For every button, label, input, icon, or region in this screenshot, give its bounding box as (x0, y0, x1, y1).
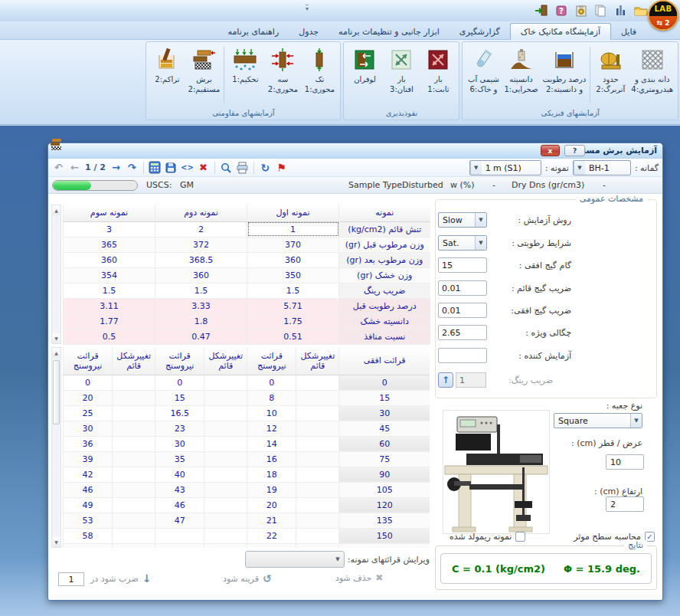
horizontal-gauge-step-input[interactable]: 15 (438, 257, 487, 273)
reading-cell[interactable]: 42 (64, 467, 113, 482)
reading-cell[interactable] (113, 421, 155, 436)
reading-cell[interactable] (296, 467, 339, 482)
value-cell[interactable]: 0.51 (247, 329, 339, 344)
reading-cell[interactable] (204, 543, 247, 548)
reading-cell[interactable] (296, 451, 339, 467)
scroll-up-icon[interactable]: ▲ (52, 348, 60, 358)
refresh-icon[interactable]: ↻ (258, 160, 273, 175)
horizontal-gauge-factor-input[interactable]: 0.01 (438, 303, 487, 318)
reading-cell[interactable]: 21 (247, 513, 296, 528)
reading-cell[interactable]: 36 (64, 436, 113, 451)
value-cell[interactable]: 1.77 (64, 313, 155, 329)
copy-document-icon[interactable] (593, 3, 608, 18)
reading-cell[interactable]: 23 (155, 421, 204, 436)
reading-cell[interactable]: 30 (64, 421, 113, 436)
value-cell[interactable]: 1.5 (155, 283, 247, 298)
edit-readings-combo[interactable]: ▼ (245, 551, 345, 568)
reading-cell[interactable]: 47 (155, 513, 204, 528)
calculator-icon[interactable] (148, 160, 162, 175)
specific-gravity-input[interactable]: 2.65 (438, 325, 487, 340)
remolded-sample-checkbox[interactable] (515, 532, 525, 542)
value-cell[interactable]: 1.75 (247, 313, 339, 329)
exit-icon[interactable] (534, 3, 548, 18)
reading-cell[interactable]: 14 (247, 436, 296, 451)
print-icon[interactable] (235, 160, 250, 175)
value-cell[interactable]: 372 (155, 237, 247, 252)
upper-table-scrollbar[interactable]: ▲ ▼ (51, 205, 61, 344)
reading-cell[interactable]: 30 (155, 436, 204, 451)
reading-cell[interactable] (296, 543, 339, 548)
reading-cell[interactable]: 63 (64, 543, 113, 548)
reading-cell[interactable]: 12 (247, 421, 296, 436)
reading-cell[interactable]: 49 (64, 497, 113, 513)
moisture-condition-combo[interactable]: Sat. ▼ (438, 235, 487, 251)
tab-file[interactable]: فایل (611, 24, 646, 39)
field-density-button[interactable]: دانسیته صحرایی:1 (502, 44, 540, 95)
value-cell[interactable]: 368.5 (155, 252, 247, 267)
lower-table-scrollbar[interactable]: ▲ ▼ (51, 347, 61, 548)
reading-cell[interactable] (113, 436, 155, 451)
data-code-icon[interactable]: <> (180, 160, 195, 175)
dialog-help-button[interactable]: ? (564, 145, 585, 156)
reading-cell[interactable] (204, 513, 247, 528)
reading-cell[interactable] (155, 528, 204, 543)
multiply-factor-input[interactable]: 1 (58, 572, 84, 586)
reading-cell[interactable] (296, 375, 339, 390)
clipboard-settings-icon[interactable] (574, 3, 588, 18)
qat-overflow-icon[interactable]: ▾ (306, 5, 309, 12)
reading-cell[interactable]: 15 (155, 390, 204, 405)
reading-cell[interactable]: 35 (155, 451, 204, 467)
reading-cell[interactable]: 19 (247, 482, 296, 497)
sample-combo[interactable]: 1 m (S1) ▼ (469, 160, 541, 175)
reading-cell[interactable] (113, 375, 155, 390)
uniaxial-button[interactable]: تک محوری:1 (301, 44, 338, 95)
value-cell[interactable]: 360 (247, 252, 339, 267)
value-cell[interactable]: 0.47 (155, 329, 247, 344)
reading-cell[interactable] (113, 467, 155, 482)
reading-cell[interactable]: 40 (155, 467, 204, 482)
mirror-readings-action[interactable]: ↺ قرینه شود (223, 572, 272, 585)
reading-cell[interactable] (204, 405, 247, 421)
reading-cell[interactable] (204, 421, 247, 436)
compaction-button[interactable]: تراکم:2 (149, 44, 185, 85)
reading-cell[interactable]: 16.5 (155, 405, 204, 421)
constant-head-button[interactable]: بار ثابت:1 (420, 44, 456, 95)
ring-factor-up-button[interactable]: ↑ (438, 372, 453, 388)
reading-cell[interactable]: 0 (247, 375, 296, 390)
reading-cell[interactable] (155, 543, 204, 548)
value-cell[interactable]: 1.5 (247, 283, 339, 298)
reading-cell[interactable] (204, 482, 247, 497)
reading-cell[interactable] (204, 436, 247, 451)
tab-help[interactable]: راهنمای برنامه (218, 24, 289, 39)
reading-cell[interactable] (296, 436, 339, 451)
tester-input[interactable] (438, 348, 487, 363)
reading-cell[interactable] (296, 405, 339, 421)
height-input[interactable]: 2 (606, 496, 644, 512)
tab-reporting[interactable]: گزارشگیری (450, 24, 510, 39)
reading-cell[interactable] (113, 497, 155, 513)
dialog-close-button[interactable]: x (541, 145, 560, 156)
reading-cell[interactable] (113, 543, 155, 548)
value-cell[interactable]: 360 (64, 252, 155, 267)
falling-head-button[interactable]: بار افتان:3 (383, 44, 420, 95)
soil-water-chemistry-button[interactable]: شیمی آب و خاک:6 (465, 44, 502, 95)
open-folder-icon[interactable] (633, 3, 648, 18)
lefranc-button[interactable]: لوفران (346, 44, 383, 85)
delete-record-icon[interactable]: ✖ (196, 160, 211, 175)
zoom-preview-icon[interactable] (219, 160, 234, 175)
scroll-down-icon[interactable]: ▼ (52, 537, 60, 547)
tab-soil-mechanics-lab[interactable]: آزمایشگاه مکانیک خاک (510, 23, 611, 40)
atterberg-limits-button[interactable]: حدود آتربرگ:2 (592, 44, 629, 95)
scrollbar-thumb[interactable] (53, 360, 60, 424)
value-cell[interactable]: 2 (155, 221, 247, 237)
nav-first-icon[interactable]: ↶ (51, 160, 66, 175)
reading-cell[interactable]: 25 (64, 405, 113, 421)
width-diameter-input[interactable]: 10 (606, 454, 644, 470)
multiply-readings-action[interactable]: ↓ ضرب شود در (90, 572, 152, 585)
reading-cell[interactable] (113, 451, 155, 467)
reading-cell[interactable] (204, 375, 247, 390)
value-cell[interactable]: 3.11 (64, 298, 155, 313)
reading-cell[interactable]: 0 (155, 375, 204, 390)
delete-readings-action[interactable]: ✖ حذف شود (335, 572, 383, 583)
reading-cell[interactable]: 10 (247, 405, 296, 421)
